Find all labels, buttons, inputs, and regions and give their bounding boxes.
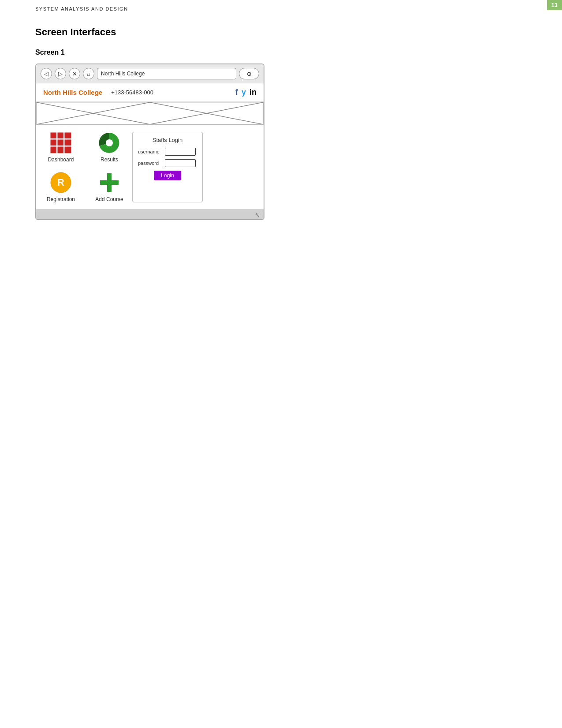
- password-field: password: [138, 159, 197, 167]
- svg-rect-11: [51, 147, 57, 153]
- site-name: North Hills College: [43, 89, 102, 96]
- svg-point-18: [106, 139, 113, 146]
- svg-rect-5: [51, 133, 57, 139]
- svg-rect-9: [58, 140, 64, 146]
- twitter-icon[interactable]: y: [242, 88, 246, 97]
- password-input[interactable]: [165, 159, 196, 167]
- nav-banner: [36, 102, 264, 125]
- social-icons: f y in: [235, 88, 257, 97]
- svg-rect-22: [100, 180, 119, 185]
- phone-number: +133-56483-000: [111, 89, 227, 96]
- dashboard-label: Dashboard: [48, 157, 74, 163]
- home-button[interactable]: ⌂: [83, 68, 94, 79]
- document-header: SYSTEM ANALYSIS AND DESIGN: [35, 6, 128, 11]
- website-body: Dashboard Results: [36, 125, 264, 209]
- results-label: Results: [100, 157, 118, 163]
- back-button[interactable]: ◁: [41, 68, 52, 79]
- login-button[interactable]: Login: [154, 171, 181, 180]
- registration-label: Registration: [47, 196, 75, 202]
- svg-text:R: R: [57, 177, 64, 188]
- forward-icon: ▷: [58, 71, 63, 77]
- browser-footer: ⤡: [36, 209, 264, 219]
- svg-rect-10: [65, 140, 71, 146]
- username-input[interactable]: [165, 148, 196, 156]
- results-item[interactable]: Results: [92, 132, 127, 163]
- dashboard-icon: [50, 132, 72, 154]
- facebook-icon[interactable]: f: [235, 88, 238, 97]
- home-icon: ⌂: [87, 71, 90, 77]
- icon-row-2: R Registration Add Course: [43, 172, 127, 202]
- browser-mockup: ◁ ▷ ✕ ⌂ North Hills College ⊙ North Hill…: [35, 63, 264, 220]
- add-course-icon: [98, 172, 120, 194]
- svg-rect-8: [51, 140, 57, 146]
- forward-button[interactable]: ▷: [55, 68, 66, 79]
- icons-grid: Dashboard Results: [43, 132, 127, 202]
- username-field: username: [138, 148, 197, 156]
- screen-label: Screen 1: [35, 49, 527, 56]
- browser-toolbar: ◁ ▷ ✕ ⌂ North Hills College ⊙: [36, 64, 264, 83]
- registration-icon: R: [50, 172, 72, 194]
- address-bar[interactable]: North Hills College: [97, 68, 236, 79]
- back-icon: ◁: [44, 71, 48, 77]
- login-title: Staffs Login: [138, 137, 197, 143]
- add-course-label: Add Course: [95, 196, 123, 202]
- username-label: username: [138, 149, 162, 154]
- results-icon: [98, 132, 120, 154]
- website-header: North Hills College +133-56483-000 f y i…: [36, 83, 264, 102]
- linkedin-icon[interactable]: in: [249, 88, 257, 97]
- login-box: Staffs Login username password Login: [132, 132, 203, 202]
- search-icon: ⊙: [247, 71, 252, 77]
- svg-rect-7: [65, 133, 71, 139]
- section-title: Screen Interfaces: [35, 26, 527, 38]
- search-button[interactable]: ⊙: [239, 68, 259, 79]
- add-course-item[interactable]: Add Course: [92, 172, 127, 202]
- password-label: password: [138, 161, 162, 166]
- svg-rect-12: [58, 147, 64, 153]
- resize-handle: ⤡: [255, 211, 260, 218]
- icon-row-1: Dashboard Results: [43, 132, 127, 163]
- close-icon: ✕: [72, 71, 77, 77]
- close-button[interactable]: ✕: [69, 68, 80, 79]
- address-text: North Hills College: [101, 71, 145, 77]
- svg-rect-13: [65, 147, 71, 153]
- svg-rect-0: [37, 102, 263, 124]
- page-number: 13: [547, 0, 562, 10]
- dashboard-item[interactable]: Dashboard: [43, 132, 78, 163]
- svg-rect-6: [58, 133, 64, 139]
- registration-item[interactable]: R Registration: [43, 172, 78, 202]
